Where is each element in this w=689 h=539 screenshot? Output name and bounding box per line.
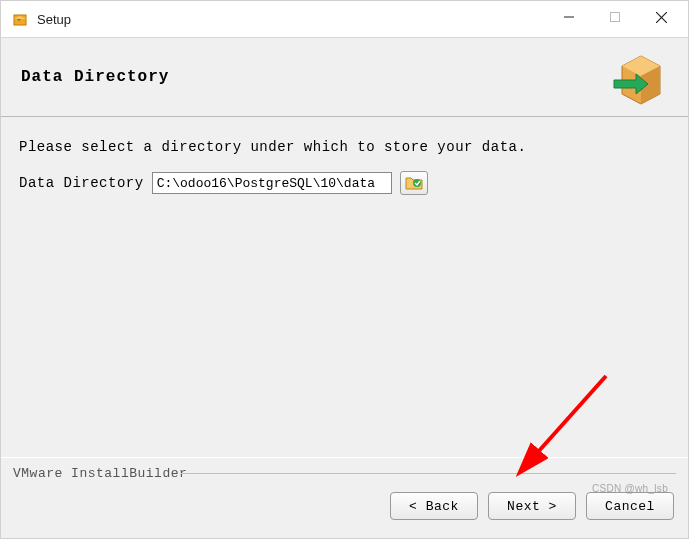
data-directory-row: Data Directory [19,171,670,195]
window-controls [546,1,684,37]
box-icon [612,50,670,111]
footer-divider [181,473,676,474]
data-directory-label: Data Directory [19,175,144,191]
svg-rect-2 [611,13,620,22]
data-directory-input[interactable] [152,172,392,194]
browse-button[interactable] [400,171,428,195]
footer-brand: VMware InstallBuilder [9,466,191,481]
watermark: CSDN @wh_lsb [592,483,668,494]
maximize-button[interactable] [592,1,638,33]
setup-window: Setup Data Directory Please select a di [0,0,689,539]
app-icon [11,10,29,28]
close-button[interactable] [638,1,684,33]
next-button[interactable]: Next > [488,492,576,520]
instruction-text: Please select a directory under which to… [19,139,670,155]
titlebar: Setup [1,1,688,37]
wizard-footer: VMware InstallBuilder < Back Next > Canc… [1,458,688,538]
back-button[interactable]: < Back [390,492,478,520]
button-row: < Back Next > Cancel [390,492,674,520]
minimize-button[interactable] [546,1,592,33]
cancel-button[interactable]: Cancel [586,492,674,520]
footer-brand-wrap: VMware InstallBuilder [9,466,191,481]
wizard-header: Data Directory [1,37,688,117]
wizard-content: Please select a directory under which to… [1,117,688,457]
window-title: Setup [37,12,546,27]
page-title: Data Directory [21,68,169,86]
